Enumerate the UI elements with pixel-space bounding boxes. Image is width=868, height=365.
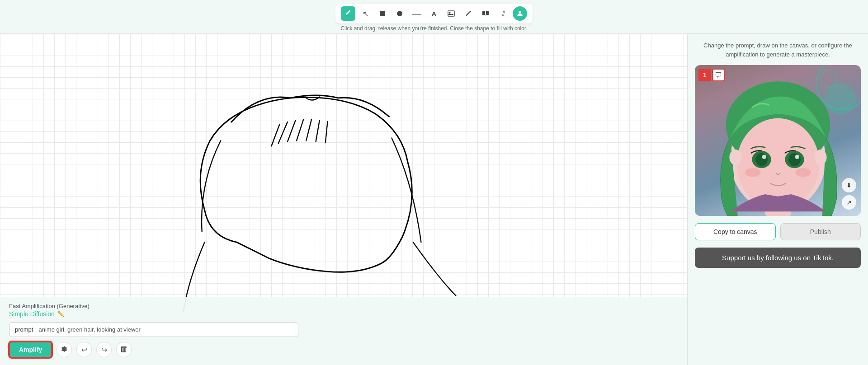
image-tool[interactable] <box>444 6 458 21</box>
svg-point-22 <box>762 154 766 159</box>
svg-point-24 <box>745 168 761 177</box>
line-tool[interactable]: — <box>410 6 424 21</box>
prompt-label: prompt <box>15 326 33 333</box>
svg-rect-0 <box>380 11 385 16</box>
image-badge: 1 <box>698 69 711 81</box>
download-button[interactable]: ⬇ <box>842 178 856 192</box>
svg-line-7 <box>288 121 296 142</box>
clear-button[interactable] <box>116 342 132 357</box>
bottom-panel: Fast Amplification (Generative) Simple D… <box>0 297 687 365</box>
amplify-button[interactable]: Amplify <box>9 342 52 358</box>
svg-point-17 <box>814 150 826 165</box>
svg-point-1 <box>397 11 402 16</box>
circle-tool[interactable] <box>392 6 407 21</box>
book-tool[interactable] <box>478 6 493 21</box>
undo-button[interactable]: ↩ <box>76 342 92 357</box>
settings-button[interactable] <box>57 342 72 357</box>
svg-point-21 <box>788 153 801 166</box>
svg-point-15 <box>736 118 819 210</box>
svg-line-9 <box>306 119 311 140</box>
toolbar: ↖ — A 𝕀 Click and drag, release when you… <box>0 0 868 34</box>
svg-point-25 <box>795 168 811 177</box>
cursor-text-tool[interactable]: 𝕀 <box>495 6 510 21</box>
svg-line-8 <box>297 119 303 140</box>
redo-button[interactable]: ↪ <box>96 342 112 357</box>
rectangle-tool[interactable] <box>375 6 390 21</box>
svg-point-4 <box>519 11 521 14</box>
model-name-text: Simple Diffusion <box>9 310 55 318</box>
text-tool[interactable]: A <box>427 6 441 21</box>
action-row: Amplify ↩ ↪ <box>9 342 678 358</box>
edit-model-icon[interactable]: ✏️ <box>57 311 64 317</box>
main-area: Fast Amplification (Generative) Simple D… <box>0 34 868 365</box>
svg-point-20 <box>755 153 768 166</box>
publish-button[interactable]: Publish <box>780 223 861 240</box>
prompt-row: prompt <box>9 322 298 337</box>
model-name[interactable]: Simple Diffusion ✏️ <box>9 310 678 318</box>
amplification-type-label: Fast Amplification (Generative) <box>9 303 678 309</box>
canvas-background[interactable]: Fast Amplification (Generative) Simple D… <box>0 34 687 365</box>
svg-rect-2 <box>448 11 454 16</box>
generated-image-card: 1 <box>695 65 861 216</box>
image-action-buttons: Copy to canvas Publish <box>695 223 861 240</box>
use-image-button[interactable] <box>712 69 725 81</box>
canvas-wrapper[interactable]: Fast Amplification (Generative) Simple D… <box>0 34 687 365</box>
svg-point-16 <box>729 150 741 165</box>
share-button[interactable]: ↗ <box>842 195 856 210</box>
select-tool[interactable]: ↖ <box>358 6 373 21</box>
svg-line-10 <box>316 121 320 142</box>
copy-to-canvas-button[interactable]: Copy to canvas <box>695 223 776 240</box>
draw-tool[interactable] <box>341 6 355 21</box>
svg-line-11 <box>326 122 328 143</box>
tool-group: ↖ — A 𝕀 <box>335 4 533 23</box>
right-panel-header: Change the prompt, draw on the canvas, o… <box>695 41 861 59</box>
prompt-input[interactable] <box>38 326 292 333</box>
toolbar-hint: Click and drag, release when you're fini… <box>340 25 527 32</box>
avatar-tool[interactable] <box>513 6 527 21</box>
right-panel: Change the prompt, draw on the canvas, o… <box>687 34 868 365</box>
svg-point-23 <box>795 154 799 159</box>
eraser-tool[interactable] <box>461 6 476 21</box>
tiktok-banner: Support us by following us on TikTok. <box>695 248 861 268</box>
